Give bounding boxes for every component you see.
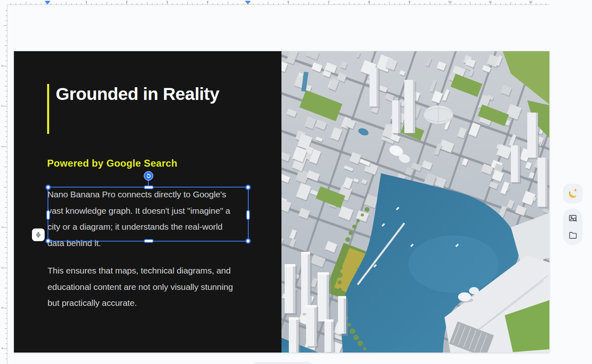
line-spacing-handle-button[interactable]	[32, 228, 45, 241]
rotate-handle[interactable]	[144, 171, 153, 181]
slide-body-text-2[interactable]: This ensures that maps, technical diagra…	[48, 262, 233, 311]
text-selection-box[interactable]	[48, 187, 249, 242]
right-toolbar	[563, 184, 583, 245]
selection-handle-left-middle[interactable]	[46, 210, 50, 220]
body2-line-3: but practically accurate.	[48, 295, 233, 311]
slide-canvas[interactable]: Grounded in Reality Powered by Google Se…	[14, 51, 549, 353]
line-spacing-icon	[35, 231, 42, 238]
folder-icon	[568, 231, 578, 240]
selection-handle-top-left[interactable]	[45, 185, 51, 190]
selection-handle-bottom-left[interactable]	[45, 238, 51, 244]
banana-sparkle-icon	[566, 187, 580, 201]
ruler-border-horizontal	[7, 5, 549, 5]
image-search-icon	[568, 214, 578, 223]
nano-banana-button[interactable]	[563, 184, 583, 203]
selection-handle-top-right[interactable]	[245, 185, 251, 190]
title-accent-bar	[47, 84, 49, 134]
insert-image-button[interactable]	[566, 212, 579, 225]
bottom-toolbar-peek[interactable]	[253, 362, 313, 364]
ruler-border-vertical	[7, 5, 7, 364]
slide-heading[interactable]: Powered by Google Search	[47, 158, 177, 169]
city-aerial-image[interactable]	[281, 51, 549, 353]
slide-title[interactable]: Grounded in Reality	[56, 83, 219, 104]
body2-line-1: This ensures that maps, technical diagra…	[48, 262, 233, 279]
media-toolbar-pill	[563, 208, 583, 245]
selection-handle-bottom-right[interactable]	[245, 238, 251, 244]
selection-handle-top-center[interactable]	[144, 185, 154, 189]
selection-handle-bottom-center[interactable]	[144, 239, 154, 243]
rotate-icon	[145, 173, 152, 179]
media-folder-button[interactable]	[566, 228, 579, 242]
body2-line-2: educational content are not only visuall…	[48, 279, 233, 295]
selection-handle-right-middle[interactable]	[246, 210, 250, 220]
